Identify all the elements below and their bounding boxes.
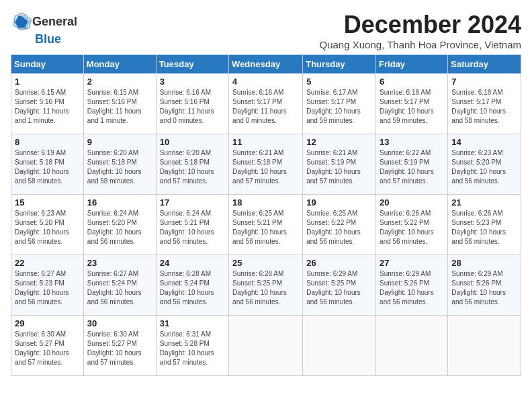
calendar-day-cell: 30Sunrise: 6:30 AMSunset: 5:27 PMDayligh… <box>83 316 156 376</box>
day-number: 26 <box>306 258 372 268</box>
day-info: Sunrise: 6:30 AMSunset: 5:27 PMDaylight:… <box>15 330 80 367</box>
calendar-day-cell: 20Sunrise: 6:26 AMSunset: 5:22 PMDayligh… <box>376 195 448 255</box>
day-number: 29 <box>15 318 80 328</box>
weekday-header-cell: Thursday <box>303 55 376 74</box>
day-number: 19 <box>306 197 372 208</box>
day-info: Sunrise: 6:15 AMSunset: 5:16 PMDaylight:… <box>87 88 152 126</box>
logo-blue-text: Blue <box>35 32 61 46</box>
day-info: Sunrise: 6:16 AMSunset: 5:16 PMDaylight:… <box>160 88 225 126</box>
calendar-week-row: 29Sunrise: 6:30 AMSunset: 5:27 PMDayligh… <box>11 316 521 376</box>
title-area: December 2024 Quang Xuong, Thanh Hoa Pro… <box>320 11 521 50</box>
calendar-week-row: 1Sunrise: 6:15 AMSunset: 5:16 PMDaylight… <box>11 74 521 134</box>
day-info: Sunrise: 6:27 AMSunset: 5:24 PMDaylight:… <box>87 269 152 307</box>
day-number: 11 <box>232 137 299 147</box>
calendar-day-cell: 19Sunrise: 6:25 AMSunset: 5:22 PMDayligh… <box>303 195 376 255</box>
weekday-header-cell: Monday <box>83 55 156 74</box>
calendar-day-cell: 5Sunrise: 6:17 AMSunset: 5:17 PMDaylight… <box>303 74 376 134</box>
logo-icon <box>11 11 32 32</box>
day-info: Sunrise: 6:18 AMSunset: 5:17 PMDaylight:… <box>451 88 517 126</box>
calendar-day-cell: 24Sunrise: 6:28 AMSunset: 5:24 PMDayligh… <box>156 255 228 316</box>
calendar-day-cell: 6Sunrise: 6:18 AMSunset: 5:17 PMDaylight… <box>376 74 448 134</box>
day-info: Sunrise: 6:27 AMSunset: 5:23 PMDaylight:… <box>15 269 80 307</box>
day-info: Sunrise: 6:15 AMSunset: 5:16 PMDaylight:… <box>15 88 80 126</box>
day-number: 15 <box>15 197 80 208</box>
calendar-day-cell: 2Sunrise: 6:15 AMSunset: 5:16 PMDaylight… <box>83 74 156 134</box>
day-number: 27 <box>380 258 444 268</box>
calendar-day-cell: 18Sunrise: 6:25 AMSunset: 5:21 PMDayligh… <box>229 195 303 255</box>
day-info: Sunrise: 6:31 AMSunset: 5:28 PMDaylight:… <box>160 330 225 367</box>
day-info: Sunrise: 6:20 AMSunset: 5:18 PMDaylight:… <box>160 148 225 186</box>
day-info: Sunrise: 6:29 AMSunset: 5:25 PMDaylight:… <box>306 269 372 307</box>
calendar-day-cell: 1Sunrise: 6:15 AMSunset: 5:16 PMDaylight… <box>11 74 84 134</box>
calendar-day-cell: 15Sunrise: 6:23 AMSunset: 5:20 PMDayligh… <box>11 195 84 255</box>
calendar-day-cell: 21Sunrise: 6:26 AMSunset: 5:23 PMDayligh… <box>448 195 521 255</box>
location-title: Quang Xuong, Thanh Hoa Province, Vietnam <box>320 39 521 50</box>
day-number: 23 <box>87 258 152 268</box>
day-info: Sunrise: 6:17 AMSunset: 5:17 PMDaylight:… <box>306 88 372 126</box>
day-info: Sunrise: 6:23 AMSunset: 5:20 PMDaylight:… <box>451 148 517 186</box>
day-number: 8 <box>15 137 80 147</box>
day-number: 2 <box>87 77 152 87</box>
day-number: 5 <box>306 77 372 87</box>
calendar-day-cell: 17Sunrise: 6:24 AMSunset: 5:21 PMDayligh… <box>156 195 228 255</box>
day-info: Sunrise: 6:19 AMSunset: 5:18 PMDaylight:… <box>15 148 80 186</box>
day-number: 1 <box>15 77 80 87</box>
day-number: 28 <box>451 258 517 268</box>
calendar-day-cell: 31Sunrise: 6:31 AMSunset: 5:28 PMDayligh… <box>156 316 228 376</box>
day-info: Sunrise: 6:28 AMSunset: 5:24 PMDaylight:… <box>160 269 225 307</box>
calendar-day-cell: 16Sunrise: 6:24 AMSunset: 5:20 PMDayligh… <box>83 195 156 255</box>
weekday-header-cell: Sunday <box>11 55 84 74</box>
calendar-day-cell: 26Sunrise: 6:29 AMSunset: 5:25 PMDayligh… <box>303 255 376 316</box>
day-number: 9 <box>87 137 152 147</box>
calendar-day-cell: 29Sunrise: 6:30 AMSunset: 5:27 PMDayligh… <box>11 316 84 376</box>
calendar-week-row: 22Sunrise: 6:27 AMSunset: 5:23 PMDayligh… <box>11 255 521 316</box>
calendar-day-cell <box>448 316 521 376</box>
day-number: 13 <box>380 137 444 147</box>
day-info: Sunrise: 6:21 AMSunset: 5:18 PMDaylight:… <box>232 148 299 186</box>
day-number: 6 <box>380 77 444 87</box>
calendar-week-row: 8Sunrise: 6:19 AMSunset: 5:18 PMDaylight… <box>11 134 521 195</box>
calendar-day-cell: 28Sunrise: 6:29 AMSunset: 5:26 PMDayligh… <box>448 255 521 316</box>
calendar-day-cell: 9Sunrise: 6:20 AMSunset: 5:18 PMDaylight… <box>83 134 156 195</box>
day-info: Sunrise: 6:26 AMSunset: 5:22 PMDaylight:… <box>380 209 444 246</box>
logo: General Blue <box>11 11 77 46</box>
calendar-day-cell: 25Sunrise: 6:28 AMSunset: 5:25 PMDayligh… <box>229 255 303 316</box>
day-info: Sunrise: 6:26 AMSunset: 5:23 PMDaylight:… <box>451 209 517 246</box>
calendar-day-cell: 12Sunrise: 6:21 AMSunset: 5:19 PMDayligh… <box>303 134 376 195</box>
calendar-day-cell: 7Sunrise: 6:18 AMSunset: 5:17 PMDaylight… <box>448 74 521 134</box>
day-info: Sunrise: 6:29 AMSunset: 5:26 PMDaylight:… <box>451 269 517 307</box>
calendar-week-row: 15Sunrise: 6:23 AMSunset: 5:20 PMDayligh… <box>11 195 521 255</box>
day-number: 14 <box>451 137 517 147</box>
day-info: Sunrise: 6:20 AMSunset: 5:18 PMDaylight:… <box>87 148 152 186</box>
day-info: Sunrise: 6:28 AMSunset: 5:25 PMDaylight:… <box>232 269 299 307</box>
calendar-day-cell: 14Sunrise: 6:23 AMSunset: 5:20 PMDayligh… <box>448 134 521 195</box>
day-number: 10 <box>160 137 225 147</box>
day-number: 24 <box>160 258 225 268</box>
day-number: 25 <box>232 258 299 268</box>
weekday-header-cell: Saturday <box>448 55 521 74</box>
day-number: 12 <box>306 137 372 147</box>
day-number: 30 <box>87 318 152 328</box>
day-info: Sunrise: 6:22 AMSunset: 5:19 PMDaylight:… <box>380 148 444 186</box>
day-info: Sunrise: 6:24 AMSunset: 5:20 PMDaylight:… <box>87 209 152 246</box>
day-info: Sunrise: 6:16 AMSunset: 5:17 PMDaylight:… <box>232 88 299 126</box>
calendar-day-cell: 10Sunrise: 6:20 AMSunset: 5:18 PMDayligh… <box>156 134 228 195</box>
weekday-header-cell: Wednesday <box>229 55 303 74</box>
day-number: 22 <box>15 258 80 268</box>
day-number: 18 <box>232 197 299 208</box>
month-title: December 2024 <box>320 11 521 39</box>
day-number: 20 <box>380 197 444 208</box>
day-number: 31 <box>160 318 225 328</box>
calendar-day-cell: 8Sunrise: 6:19 AMSunset: 5:18 PMDaylight… <box>11 134 84 195</box>
day-info: Sunrise: 6:23 AMSunset: 5:20 PMDaylight:… <box>15 209 80 246</box>
day-number: 4 <box>232 77 299 87</box>
day-number: 3 <box>160 77 225 87</box>
calendar-day-cell: 11Sunrise: 6:21 AMSunset: 5:18 PMDayligh… <box>229 134 303 195</box>
calendar-day-cell: 4Sunrise: 6:16 AMSunset: 5:17 PMDaylight… <box>229 74 303 134</box>
calendar-day-cell <box>303 316 376 376</box>
page-header: General Blue December 2024 Quang Xuong, … <box>11 11 521 50</box>
day-info: Sunrise: 6:18 AMSunset: 5:17 PMDaylight:… <box>380 88 444 126</box>
calendar-day-cell: 13Sunrise: 6:22 AMSunset: 5:19 PMDayligh… <box>376 134 448 195</box>
day-info: Sunrise: 6:21 AMSunset: 5:19 PMDaylight:… <box>306 148 372 186</box>
day-number: 17 <box>160 197 225 208</box>
